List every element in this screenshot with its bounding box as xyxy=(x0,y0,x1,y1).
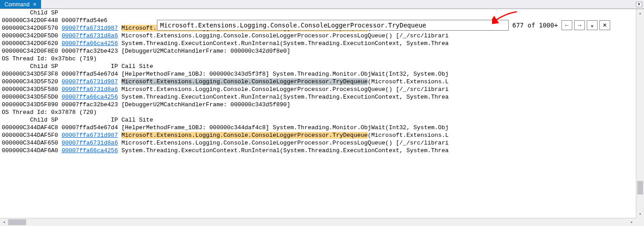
scroll-corner xyxy=(636,218,644,226)
text: Microsoft.Extensions.Logging.Console.Con… xyxy=(118,140,448,146)
address-link[interactable]: 00007ffa6731d987 xyxy=(62,25,118,32)
text: System.Threading.ExecutionContext.RunInt… xyxy=(118,94,448,100)
text: 000000C342D0F570 xyxy=(2,25,62,32)
chevron-down-icon: ▼ xyxy=(638,3,640,6)
command-tab[interactable]: Command × xyxy=(0,0,41,9)
caret-right-icon: ▸ xyxy=(630,220,633,225)
text: 000000C344DAF650 xyxy=(2,140,62,146)
address-link[interactable]: 00007ffa6731d987 xyxy=(62,132,118,139)
search-bar: 677 of 1000+ ← → ⁎ ✕ xyxy=(157,20,610,31)
text: 000000C343D5F3F8 00007ffad54e67d4 [Helpe… xyxy=(2,71,449,77)
text: 000000C343D5F890 00007ffac32be423 [Debug… xyxy=(2,101,290,108)
address-link[interactable]: 00007ffa6731d987 xyxy=(62,78,118,85)
text: System.Threading.ExecutionContext.RunInt… xyxy=(118,147,448,154)
address-link[interactable]: 00007ffa6731d8a6 xyxy=(62,86,118,93)
address-link[interactable]: 00007ffa6731d8a6 xyxy=(62,140,118,146)
search-match: Microsoft.Extensions.Logging.Console.Con… xyxy=(121,78,368,85)
output-line: 000000C343D5F580 00007ffa6731d8a6 Micros… xyxy=(2,86,634,93)
scroll-right-button[interactable]: ▸ xyxy=(628,218,636,226)
tab-bar: Command × ▼ xyxy=(0,0,644,9)
text: (Microsoft.Extensions.L xyxy=(368,78,448,85)
text: 000000C343D5F520 xyxy=(2,78,62,85)
output-line: 000000C343D5F520 00007ffa6731d987 Micros… xyxy=(2,78,634,86)
address-link[interactable]: 00007ffa66ca4256 xyxy=(62,94,118,100)
scroll-thumb[interactable] xyxy=(637,181,643,194)
search-close-button[interactable]: ✕ xyxy=(599,20,610,30)
text: OS Thread Id: 0x37bbc (719) xyxy=(2,55,97,62)
scroll-down-button[interactable]: ▾ xyxy=(636,210,644,218)
text: 000000C344DAF5F0 xyxy=(2,132,62,139)
text: Microsoft.Extensions.Logging.Console.Con… xyxy=(118,32,448,39)
output-line: 000000C343D5F890 00007ffac32be423 [Debug… xyxy=(2,101,634,108)
output-line: 000000C343D5F3F8 00007ffad54e67d4 [Helpe… xyxy=(2,70,634,78)
command-output[interactable]: Child SP000000C342D0F448 00007ffad54e600… xyxy=(0,9,636,218)
output-line: Child SP xyxy=(2,9,634,17)
search-input[interactable] xyxy=(157,20,509,31)
text: System.Threading.ExecutionContext.RunInt… xyxy=(118,40,448,47)
horizontal-scrollbar[interactable]: ◂ ▸ xyxy=(0,218,636,226)
close-icon: ✕ xyxy=(603,23,607,28)
address-link[interactable]: 00007ffa66ca4256 xyxy=(62,147,118,154)
output-line: OS Thread Id: 0x37878 (720) xyxy=(2,108,634,116)
text: 000000C343D5F5D0 xyxy=(2,94,62,100)
text: Child SP IP Call Site xyxy=(2,117,153,123)
scroll-track[interactable] xyxy=(636,17,644,210)
address-link[interactable]: 00007ffa66ca4256 xyxy=(62,40,118,47)
vertical-scrollbar[interactable]: ▴ ▾ xyxy=(636,9,644,218)
search-match: Microsoft.Extensions.Logging.Console.Con… xyxy=(121,132,368,139)
output-line: 000000C344DAF5F0 00007ffa6731d987 Micros… xyxy=(2,131,634,139)
text: 000000C342D0F620 xyxy=(2,40,62,47)
text: Microsoft.Extensions.Logging.Console.Con… xyxy=(118,86,448,93)
text: Child SP xyxy=(2,9,58,16)
output-line: 000000C344DAF650 00007ffa6731d8a6 Micros… xyxy=(2,139,634,147)
output-line: 000000C343D5F5D0 00007ffa66ca4256 System… xyxy=(2,93,634,101)
output-line: 000000C342D0F5D0 00007ffa6731d8a6 Micros… xyxy=(2,32,634,40)
search-next-button[interactable]: → xyxy=(574,20,585,30)
scroll-left-button[interactable]: ◂ xyxy=(0,218,8,226)
text: 000000C344DAF4C8 00007ffad54e67d4 [Helpe… xyxy=(2,124,449,131)
text: (Microsoft.Extensions.L xyxy=(368,132,448,139)
output-line: 000000C342D0F8E0 00007ffac32be423 [Debug… xyxy=(2,47,634,55)
output-line: 000000C344DAF4C8 00007ffad54e67d4 [Helpe… xyxy=(2,124,634,131)
caret-up-icon: ▴ xyxy=(639,11,641,16)
arrow-left-icon: ← xyxy=(564,23,570,28)
text: 000000C342D0F5D0 xyxy=(2,32,62,39)
caret-down-icon: ▾ xyxy=(639,212,641,217)
scroll-track[interactable] xyxy=(8,218,628,226)
text: 000000C343D5F580 xyxy=(2,86,62,93)
output-line: 000000C342D0F620 00007ffa66ca4256 System… xyxy=(2,40,634,47)
options-icon: ⁎ xyxy=(591,23,593,28)
output-line: 000000C344DAF6A0 00007ffa66ca4256 System… xyxy=(2,147,634,154)
text: 000000C342D0F448 00007ffad54e6 xyxy=(2,17,107,24)
scroll-thumb[interactable] xyxy=(8,219,26,225)
text: Child SP IP Call Site xyxy=(2,63,153,70)
caret-left-icon: ◂ xyxy=(3,220,5,225)
search-result-count: 677 of 1000+ xyxy=(511,22,560,29)
output-line: OS Thread Id: 0x37bbc (719) xyxy=(2,55,634,63)
output-line: Child SP IP Call Site xyxy=(2,116,634,124)
content-wrapper: 677 of 1000+ ← → ⁎ ✕ Child SP000000C342D… xyxy=(0,9,644,226)
text: OS Thread Id: 0x37878 (720) xyxy=(2,109,97,116)
output-line: Child SP IP Call Site xyxy=(2,63,634,70)
arrow-right-icon: → xyxy=(577,23,582,28)
dropdown-button[interactable]: ▼ xyxy=(636,2,642,7)
address-link[interactable]: 00007ffa6731d8a6 xyxy=(62,32,118,39)
tab-label: Command xyxy=(5,1,29,8)
search-prev-button[interactable]: ← xyxy=(561,20,572,30)
text: 000000C342D0F8E0 00007ffac32be423 [Debug… xyxy=(2,48,290,54)
search-options-button[interactable]: ⁎ xyxy=(587,20,598,30)
text: 000000C344DAF6A0 xyxy=(2,147,62,154)
scroll-up-button[interactable]: ▴ xyxy=(636,9,644,17)
close-icon[interactable]: × xyxy=(33,1,37,7)
